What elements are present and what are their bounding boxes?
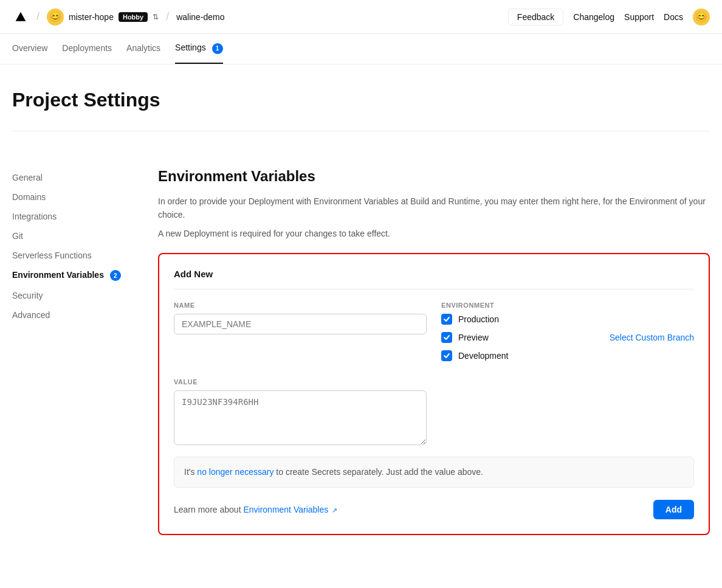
subnav-overview[interactable]: Overview xyxy=(12,35,47,63)
name-input[interactable] xyxy=(174,314,427,334)
nav-user[interactable]: 😊 mister-hope Hobby ⇅ xyxy=(47,9,159,26)
support-link[interactable]: Support xyxy=(624,12,654,22)
form-row-name-env: NAME ENVIRONMENT Production xyxy=(174,302,694,368)
app-logo[interactable] xyxy=(12,9,29,26)
name-field-col: NAME xyxy=(174,302,427,368)
settings-badge: 1 xyxy=(212,43,223,54)
development-checkbox[interactable] xyxy=(441,350,452,361)
plan-badge: Hobby xyxy=(119,12,148,22)
add-new-box: Add New NAME ENVIRONMENT xyxy=(158,253,710,535)
info-text-before: It's xyxy=(184,467,197,477)
no-longer-necessary-link[interactable]: no longer necessary xyxy=(197,467,273,477)
development-label: Development xyxy=(458,351,509,361)
subnav-deployments[interactable]: Deployments xyxy=(62,35,112,63)
top-navigation: / 😊 mister-hope Hobby ⇅ / waline-demo Fe… xyxy=(0,0,722,34)
env-vars-link[interactable]: Environment Variables ↗ xyxy=(243,505,337,514)
subnav-analytics[interactable]: Analytics xyxy=(126,35,160,63)
learn-more: Learn more about Environment Variables ↗ xyxy=(174,505,337,514)
select-custom-branch-link[interactable]: Select Custom Branch xyxy=(610,333,694,342)
sidebar-item-integrations[interactable]: Integrations xyxy=(12,207,134,226)
user-avatar-right[interactable]: 😊 xyxy=(693,9,710,26)
value-label: VALUE xyxy=(174,378,427,386)
page-container: Project Settings xyxy=(0,64,722,168)
nav-separator-2: / xyxy=(166,10,169,23)
changelog-link[interactable]: Changelog xyxy=(573,12,614,22)
svg-marker-0 xyxy=(16,12,26,21)
external-link-icon: ↗ xyxy=(332,507,337,514)
name-label: NAME xyxy=(174,302,427,309)
sidebar-item-env-vars[interactable]: Environment Variables 2 xyxy=(12,265,134,286)
info-box: It's no longer necessary to create Secre… xyxy=(174,457,694,488)
value-input[interactable] xyxy=(174,390,427,445)
section-desc-2: A new Deployment is required for your ch… xyxy=(158,229,710,238)
info-text-after: to create Secrets separately. Just add t… xyxy=(273,467,483,477)
feedback-button[interactable]: Feedback xyxy=(508,9,563,26)
sidebar-item-general[interactable]: General xyxy=(12,168,134,187)
username-label: mister-hope xyxy=(69,12,114,22)
page-title: Project Settings xyxy=(12,89,710,111)
nav-separator-1: / xyxy=(36,10,40,23)
sidebar-item-advanced[interactable]: Advanced xyxy=(12,305,134,325)
sidebar-item-domains[interactable]: Domains xyxy=(12,187,134,207)
environment-label: ENVIRONMENT xyxy=(441,302,694,309)
sidebar: General Domains Integrations Git Serverl… xyxy=(12,168,158,536)
avatar: 😊 xyxy=(47,9,64,26)
value-field-col: VALUE xyxy=(174,378,427,447)
sidebar-item-security[interactable]: Security xyxy=(12,286,134,305)
project-name-label[interactable]: waline-demo xyxy=(176,12,224,22)
section-desc-1: In order to provide your Deployment with… xyxy=(158,195,710,222)
preview-checkbox[interactable] xyxy=(441,332,452,343)
env-vars-badge: 2 xyxy=(110,270,121,281)
docs-link[interactable]: Docs xyxy=(664,12,683,22)
env-preview-row: Preview Select Custom Branch xyxy=(441,332,694,343)
value-right-spacer xyxy=(441,378,694,447)
content-layout: General Domains Integrations Git Serverl… xyxy=(0,168,722,536)
env-development-row: Development xyxy=(441,350,694,361)
form-row-value: VALUE xyxy=(174,378,694,447)
environment-col: ENVIRONMENT Production xyxy=(441,302,694,368)
production-label: Production xyxy=(458,314,499,324)
sub-navigation: Overview Deployments Analytics Settings … xyxy=(0,34,722,64)
user-chevron-icon[interactable]: ⇅ xyxy=(153,13,159,21)
sidebar-item-git[interactable]: Git xyxy=(12,226,134,246)
page-divider xyxy=(12,131,710,131)
nav-right-actions: Feedback Changelog Support Docs 😊 xyxy=(508,9,710,26)
env-production-row: Production xyxy=(441,314,694,325)
add-button[interactable]: Add xyxy=(653,500,694,519)
preview-label: Preview xyxy=(458,333,489,342)
production-checkbox[interactable] xyxy=(441,314,452,325)
section-title: Environment Variables xyxy=(158,168,710,185)
subnav-settings[interactable]: Settings 1 xyxy=(175,34,222,64)
sidebar-item-serverless[interactable]: Serverless Functions xyxy=(12,246,134,265)
add-new-title: Add New xyxy=(174,269,694,289)
main-content: Environment Variables In order to provid… xyxy=(158,168,710,536)
form-footer: Learn more about Environment Variables ↗… xyxy=(174,500,694,519)
